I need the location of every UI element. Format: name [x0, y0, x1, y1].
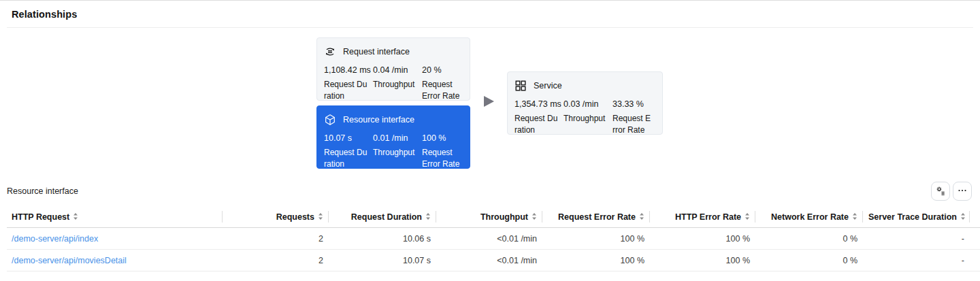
column-header-http-request[interactable]: HTTP Request	[7, 206, 223, 228]
table-row: /demo-server/api/index 2 10.06 s <0.01 /…	[7, 228, 980, 250]
column-header-request-duration[interactable]: Request Duration	[329, 206, 436, 228]
throughput-cell: <0.01 /min	[436, 228, 542, 250]
gear-list-icon	[935, 185, 946, 198]
node-title: Request interface	[343, 47, 410, 56]
metric: 33.33 % Request Error Rate	[612, 99, 657, 136]
throughput-cell: <0.01 /min	[436, 250, 542, 271]
node-service[interactable]: Service 1,354.73 ms Request Duration 0.0…	[507, 71, 663, 135]
table-row: /demo-server/api/moviesDetail 2 10.07 s …	[7, 250, 980, 271]
request-error-rate-cell: 100 %	[542, 250, 650, 271]
column-header-throughput[interactable]: Throughput	[436, 206, 542, 228]
metric: 0.01 /min Throughput	[373, 133, 422, 170]
filler-cell	[970, 228, 980, 250]
network-error-rate-cell: 0 %	[755, 228, 863, 250]
network-error-rate-cell: 0 %	[755, 250, 863, 271]
table-settings-button[interactable]	[931, 182, 950, 201]
page-title: Relationships	[12, 9, 968, 20]
requests-cell: 2	[223, 250, 329, 271]
http-error-rate-cell: 100 %	[650, 228, 755, 250]
metric: 0.03 /min Throughput	[564, 99, 612, 136]
node-request-interface[interactable]: Request interface 1,108.42 ms Request Du…	[316, 37, 470, 101]
table-title: Resource interface	[7, 186, 78, 196]
sort-icon[interactable]	[745, 212, 750, 222]
cube-icon	[324, 114, 336, 126]
requests-cell: 2	[223, 228, 329, 250]
column-header-http-error-rate[interactable]: HTTP Error Rate	[650, 206, 755, 228]
column-header-request-error-rate[interactable]: Request Error Rate	[542, 206, 650, 228]
resource-interface-table: HTTP Request Requests Request Duration T…	[7, 206, 980, 271]
ellipsis-icon	[957, 185, 968, 198]
server-trace-duration-cell: -	[863, 250, 970, 271]
http-request-link[interactable]: /demo-server/api/index	[12, 234, 98, 244]
http-request-link[interactable]: /demo-server/api/moviesDetail	[12, 256, 127, 265]
dependency-diagram: Request interface 1,108.42 ms Request Du…	[0, 28, 980, 176]
http-error-rate-cell: 100 %	[650, 250, 755, 271]
filler-cell	[970, 250, 980, 271]
node-title: Resource interface	[343, 115, 414, 125]
request-error-rate-cell: 100 %	[542, 228, 650, 250]
column-header-filler	[970, 206, 980, 228]
column-header-network-error-rate[interactable]: Network Error Rate	[755, 206, 863, 228]
metric: 1,354.73 ms Request Duration	[514, 99, 564, 136]
server-trace-duration-cell: -	[863, 228, 970, 250]
sort-icon[interactable]	[852, 212, 858, 222]
request-duration-cell: 10.06 s	[329, 228, 436, 250]
metric: 1,108.42 ms Request Duration	[324, 65, 373, 102]
sort-icon[interactable]	[425, 212, 431, 222]
sort-icon[interactable]	[639, 212, 644, 222]
request-flow-icon	[324, 46, 336, 58]
sort-icon[interactable]	[532, 212, 537, 222]
column-header-server-trace-duration[interactable]: Server Trace Duration	[863, 206, 970, 228]
grid-icon	[514, 80, 527, 92]
sort-icon[interactable]	[960, 212, 966, 222]
node-resource-interface[interactable]: Resource interface 10.07 s Request Durat…	[316, 105, 470, 169]
metric: 10.07 s Request Duration	[324, 133, 373, 170]
metric: 0.04 /min Throughput	[373, 65, 422, 102]
table-header-row: HTTP Request Requests Request Duration T…	[7, 206, 980, 228]
node-title: Service	[534, 81, 562, 90]
flow-arrow-right-icon	[480, 93, 497, 110]
relationships-panel: Relationships Request interface	[0, 0, 980, 281]
request-duration-cell: 10.07 s	[329, 250, 436, 271]
column-header-requests[interactable]: Requests	[223, 206, 329, 228]
sort-icon[interactable]	[318, 212, 323, 222]
more-options-button[interactable]	[953, 182, 972, 201]
sort-icon[interactable]	[73, 212, 78, 222]
metric: 20 % Request Error Rate	[422, 65, 464, 102]
metric: 100 % Request Error Rate	[422, 133, 464, 170]
